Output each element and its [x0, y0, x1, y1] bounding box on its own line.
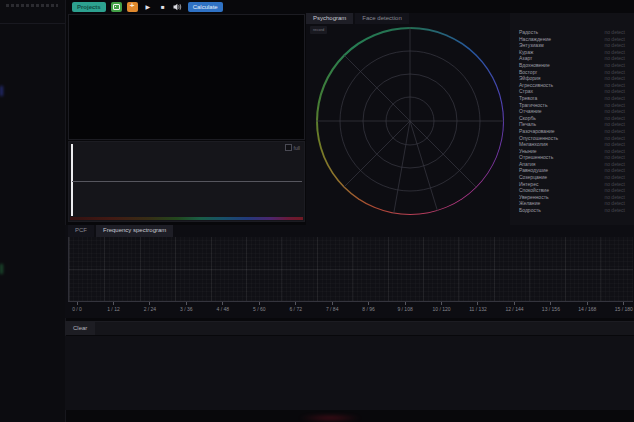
emotion-value: no detect — [604, 200, 625, 207]
emotion-name: Равнодушие — [519, 167, 548, 174]
image-icon — [113, 4, 120, 10]
calculate-button[interactable]: Calculate — [188, 2, 223, 12]
results-area — [65, 336, 634, 410]
emotion-row[interactable]: Меланхолия no detect — [519, 141, 625, 148]
tick-label: 15 / 180 — [615, 307, 633, 312]
emotion-row[interactable]: Скорбь no detect — [519, 115, 625, 122]
plus-icon: + — [130, 2, 135, 10]
waveform-baseline — [72, 181, 302, 182]
emotion-row[interactable]: Трагичность no detect — [519, 102, 625, 109]
video-preview — [68, 14, 305, 140]
tick-mark — [77, 302, 78, 305]
emotion-row[interactable]: Интерес no detect — [519, 181, 625, 188]
tab-pcf[interactable]: PCF — [68, 225, 94, 237]
sidebar — [0, 0, 66, 422]
tab-psychogram[interactable]: Psychogram — [306, 13, 353, 24]
emotion-name: Кураж — [519, 49, 533, 56]
tick-mark — [259, 302, 260, 305]
emotion-value: no detect — [604, 194, 625, 201]
emotion-name: Скорбь — [519, 115, 536, 122]
emotion-value: no detect — [604, 167, 625, 174]
emotion-name: Трагичность — [519, 102, 548, 109]
emotion-row[interactable]: Азарт no detect — [519, 55, 625, 62]
emotion-row[interactable]: Страх no detect — [519, 88, 625, 95]
image-tool-button[interactable] — [111, 2, 122, 12]
emotion-row[interactable]: Отчаяние no detect — [519, 108, 625, 115]
emotion-value: no detect — [604, 161, 625, 168]
emotion-row[interactable]: Спокойствие no detect — [519, 187, 625, 194]
emotion-row[interactable]: Эйфория no detect — [519, 75, 625, 82]
waveform-panel[interactable]: full — [68, 141, 305, 222]
taskbar-artifact — [298, 415, 362, 421]
tick-mark — [623, 302, 624, 305]
edge-artifact — [0, 264, 3, 274]
tick-label: 14 / 168 — [578, 307, 596, 312]
projects-button[interactable]: Projects — [72, 2, 106, 12]
emotion-row[interactable]: Апатия no detect — [519, 161, 625, 168]
emotion-row[interactable]: Уверенность no detect — [519, 194, 625, 201]
clear-button[interactable]: Clear — [65, 321, 95, 335]
tick-label: 10 / 120 — [433, 307, 451, 312]
tick-mark — [113, 302, 114, 305]
emotion-value: no detect — [604, 95, 625, 102]
emotion-row[interactable]: Уныние no detect — [519, 148, 625, 155]
emotion-row[interactable]: Отрешенность no detect — [519, 154, 625, 161]
tick-label: 5 / 60 — [253, 307, 266, 312]
emotion-value: no detect — [604, 49, 625, 56]
emotion-name: Апатия — [519, 161, 536, 168]
emotion-value: no detect — [604, 154, 625, 161]
emotion-row[interactable]: Бодрость no detect — [519, 207, 625, 214]
emotion-value: no detect — [604, 181, 625, 188]
tick-label: 12 / 144 — [505, 307, 523, 312]
emotion-value: no detect — [604, 121, 625, 128]
app-window: Projects + ▶ ■ Calculate full Psychog — [0, 0, 634, 422]
spectrogram-midline — [69, 269, 633, 270]
emotion-name: Бодрость — [519, 207, 541, 214]
emotion-value: no detect — [604, 55, 625, 62]
psychogram-tabs: Psychogram Face detection — [306, 13, 510, 24]
add-tool-button[interactable]: + — [127, 2, 138, 12]
emotion-row[interactable]: Восторг no detect — [519, 69, 625, 76]
emotion-name: Отрешенность — [519, 154, 553, 161]
tick-mark — [477, 302, 478, 305]
emotion-name: Созерцание — [519, 174, 547, 181]
emotion-row[interactable]: Вдохновение no detect — [519, 62, 625, 69]
play-icon[interactable]: ▶ — [143, 2, 153, 12]
emotion-value: no detect — [604, 174, 625, 181]
emotion-row[interactable]: Энтузиазм no detect — [519, 42, 625, 49]
emotion-name: Страх — [519, 88, 533, 95]
emotion-name: Спокойствие — [519, 187, 549, 194]
axis-tick: 3 / 36 — [177, 302, 195, 318]
emotion-row[interactable]: Опустошенность no detect — [519, 135, 625, 142]
emotion-row[interactable]: Созерцание no detect — [519, 174, 625, 181]
emotion-value: no detect — [604, 75, 625, 82]
full-checkbox[interactable]: full — [285, 144, 300, 151]
emotion-row[interactable]: Агрессивность no detect — [519, 82, 625, 89]
emotion-row[interactable]: Наслаждение no detect — [519, 36, 625, 43]
emotion-row[interactable]: Равнодушие no detect — [519, 167, 625, 174]
emotion-row[interactable]: Кураж no detect — [519, 49, 625, 56]
stop-icon[interactable]: ■ — [158, 2, 168, 12]
emotion-value: no detect — [604, 42, 625, 49]
emotion-value: no detect — [604, 115, 625, 122]
tab-face-detection[interactable]: Face detection — [355, 13, 408, 24]
emotion-value: no detect — [604, 82, 625, 89]
checkbox-icon — [285, 144, 292, 151]
emotion-row[interactable]: Желание no detect — [519, 200, 625, 207]
tick-mark — [587, 302, 588, 305]
tick-label: 4 / 48 — [217, 307, 230, 312]
emotion-row[interactable]: Разочарование no detect — [519, 128, 625, 135]
spectrogram-plot[interactable] — [68, 237, 633, 301]
playhead-cursor[interactable] — [71, 144, 73, 216]
emotion-row[interactable]: Радость no detect — [519, 29, 625, 36]
axis-tick: 12 / 144 — [505, 302, 523, 318]
spectrogram-section: PCF Frequency spectrogram 0 / 0 1 / 12 — [65, 225, 634, 318]
axis-tick: 0 / 0 — [68, 302, 86, 318]
emotion-value: no detect — [604, 36, 625, 43]
emotion-row[interactable]: Печаль no detect — [519, 121, 625, 128]
emotion-name: Энтузиазм — [519, 42, 544, 49]
emotion-row[interactable]: Тревога no detect — [519, 95, 625, 102]
tab-frequency-spectrogram[interactable]: Frequency spectrogram — [96, 225, 173, 237]
waveform-color-strip — [70, 217, 303, 220]
volume-icon[interactable] — [173, 2, 183, 12]
